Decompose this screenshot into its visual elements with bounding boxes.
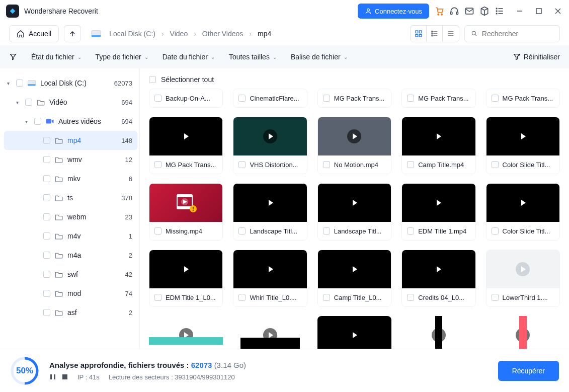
up-button[interactable] <box>64 25 81 42</box>
file-checkbox[interactable] <box>154 227 161 234</box>
file-thumbnail[interactable] <box>318 250 391 288</box>
play-icon[interactable] <box>347 328 361 342</box>
file-item[interactable] <box>486 316 560 349</box>
file-thumbnail[interactable] <box>486 184 559 222</box>
sidebar-item-vid-o[interactable]: ▾Vidéo694 <box>4 93 137 112</box>
file-thumbnail[interactable] <box>402 117 475 155</box>
stop-icon[interactable] <box>61 373 68 380</box>
file-checkbox[interactable] <box>407 95 414 102</box>
filter-all-sizes[interactable]: Toutes tailles⌄ <box>229 53 277 61</box>
file-checkbox[interactable] <box>154 95 161 102</box>
crumb-video[interactable]: Video <box>168 30 190 38</box>
file-thumbnail[interactable] <box>318 117 391 155</box>
play-icon[interactable] <box>347 196 361 210</box>
file-thumbnail[interactable] <box>486 250 559 288</box>
close-icon[interactable] <box>553 6 563 16</box>
play-icon[interactable] <box>432 328 446 342</box>
file-thumbnail[interactable] <box>402 184 475 222</box>
file-thumbnail[interactable] <box>233 184 306 222</box>
file-checkbox[interactable] <box>238 161 246 168</box>
sidebar-item-webm[interactable]: webm23 <box>4 207 137 226</box>
file-checkbox[interactable] <box>238 95 246 102</box>
mail-icon[interactable] <box>464 6 474 16</box>
search-input[interactable] <box>482 30 553 38</box>
filter-file-date[interactable]: Date du fichier⌄ <box>162 53 215 61</box>
file-item[interactable] <box>149 316 223 349</box>
play-icon[interactable] <box>179 328 193 342</box>
play-icon[interactable] <box>179 129 193 143</box>
crumb-disk[interactable]: Local Disk (C:) <box>107 30 157 38</box>
file-thumbnail[interactable]: ! <box>149 184 222 222</box>
file-checkbox[interactable] <box>407 294 414 301</box>
sidebar-item-mod[interactable]: mod74 <box>4 284 137 303</box>
connect-button[interactable]: Connectez-vous <box>358 4 429 19</box>
file-item[interactable]: Color Slide Titl... <box>486 117 560 174</box>
sidebar-item-mp4[interactable]: mp4148 <box>4 131 137 150</box>
recover-button[interactable]: Récupérer <box>498 361 559 381</box>
play-icon[interactable] <box>347 129 361 143</box>
file-thumbnail[interactable] <box>317 316 391 349</box>
tree-checkbox[interactable] <box>43 137 50 144</box>
file-item[interactable] <box>233 316 307 349</box>
file-checkbox[interactable] <box>154 161 161 168</box>
play-icon[interactable] <box>263 328 277 342</box>
home-button[interactable]: Accueil <box>9 25 59 42</box>
cube-icon[interactable] <box>479 6 490 16</box>
file-item[interactable]: Camp Title.mp4 <box>401 117 475 174</box>
file-checkbox[interactable] <box>323 227 330 234</box>
file-checkbox[interactable] <box>492 227 499 234</box>
filter-file-state[interactable]: État du fichier⌄ <box>31 53 82 61</box>
file-checkbox[interactable] <box>154 294 161 301</box>
tree-checkbox[interactable] <box>43 290 50 297</box>
list-icon[interactable] <box>495 6 505 16</box>
sidebar-item-m4a[interactable]: m4a2 <box>4 246 137 265</box>
file-checkbox[interactable] <box>238 227 246 234</box>
grid-area[interactable]: Sélectionner tout Backup-On-A...Cinemati… <box>140 68 569 349</box>
play-icon[interactable] <box>263 196 277 210</box>
file-checkbox[interactable] <box>238 294 246 301</box>
tree-checkbox[interactable] <box>43 213 50 220</box>
view-detail-icon[interactable] <box>443 26 459 42</box>
filter-funnel-icon[interactable] <box>9 53 17 61</box>
play-icon[interactable] <box>516 196 530 210</box>
headset-icon[interactable] <box>449 6 459 16</box>
play-icon[interactable] <box>432 262 446 276</box>
file-item[interactable]: Whirl Title_L0.... <box>233 250 307 307</box>
play-icon[interactable] <box>432 129 446 143</box>
tree-checkbox[interactable] <box>34 118 41 125</box>
file-thumbnail[interactable] <box>486 316 560 349</box>
file-thumbnail[interactable] <box>402 250 475 288</box>
crumb-other[interactable]: Other Videos <box>200 30 245 38</box>
file-item[interactable]: EDM Title 1.mp4 <box>401 183 475 241</box>
file-checkbox[interactable] <box>323 95 330 102</box>
file-checkbox[interactable] <box>407 161 414 168</box>
minimize-icon[interactable] <box>515 6 525 16</box>
file-item[interactable]: Landscape Titl... <box>317 183 391 241</box>
file-thumbnail[interactable] <box>149 250 222 288</box>
sidebar-item-asf[interactable]: asf2 <box>4 303 137 322</box>
sidebar-item-local-disk-c-[interactable]: ▾Local Disk (C:)62073 <box>4 73 137 93</box>
file-item[interactable] <box>401 316 475 349</box>
tree-checkbox[interactable] <box>43 156 50 163</box>
maximize-icon[interactable] <box>534 6 544 16</box>
file-item[interactable]: MG Pack Trans... <box>149 117 223 174</box>
sidebar-item-autres-vid-os[interactable]: ▾Autres vidéos694 <box>4 112 137 131</box>
view-grid-icon[interactable] <box>411 26 427 42</box>
file-item[interactable]: !Missing.mp4 <box>149 183 223 241</box>
file-thumbnail[interactable] <box>149 117 222 155</box>
file-checkbox[interactable] <box>323 161 330 168</box>
sidebar[interactable]: ▾Local Disk (C:)62073▾Vidéo694▾Autres vi… <box>0 68 140 349</box>
sidebar-item-m4v[interactable]: m4v1 <box>4 226 137 246</box>
file-item[interactable]: Camp Title_L0... <box>317 250 391 307</box>
tree-checkbox[interactable] <box>43 194 50 201</box>
play-icon[interactable] <box>516 262 530 276</box>
file-item[interactable]: VHS Distortion... <box>233 117 307 174</box>
cart-icon[interactable] <box>434 6 444 16</box>
play-icon[interactable] <box>347 262 361 276</box>
file-item[interactable]: No Motion.mp4 <box>317 117 391 174</box>
file-checkbox[interactable] <box>407 227 414 234</box>
sidebar-item-ts[interactable]: ts378 <box>4 188 137 207</box>
play-icon[interactable] <box>516 328 530 342</box>
file-item[interactable]: Backup-On-A... <box>149 89 223 108</box>
crumb-mp4[interactable]: mp4 <box>256 30 273 38</box>
